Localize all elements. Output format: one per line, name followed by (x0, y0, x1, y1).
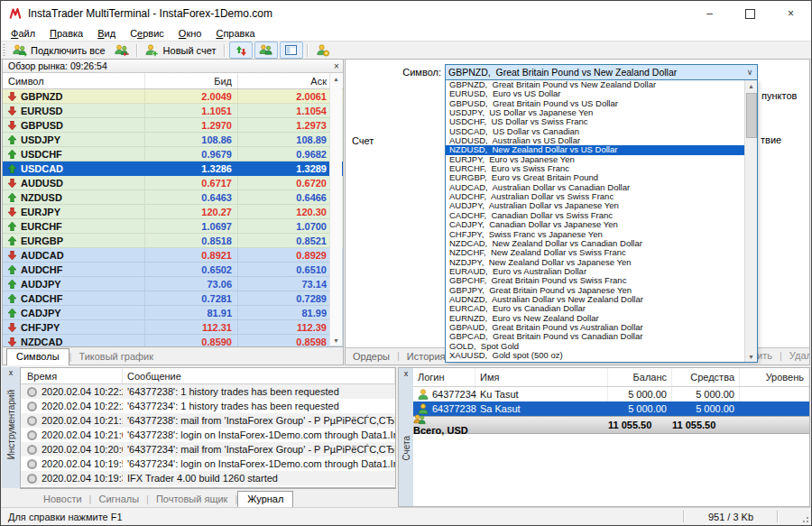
resize-grip-icon[interactable] (800, 514, 809, 523)
symbol-combobox[interactable]: GBPNZD, Great Britain Pound vs New Zeala… (445, 64, 758, 80)
dropdown-item[interactable]: AUDCHF, Australian Dollar vs Swiss Franc (446, 192, 745, 201)
tab-toolbox-2[interactable]: Почтовый ящик (149, 492, 235, 507)
dropdown-item[interactable]: GBPJPY, Great Britain Pound vs Japanese … (446, 286, 745, 295)
journal-row[interactable]: 2020.02.04 10:21:0...'64377238': login o… (21, 428, 395, 442)
market-watch-close-button[interactable]: × (330, 61, 343, 71)
disconnect-all-button[interactable] (110, 42, 134, 58)
dropdown-item[interactable]: GBPAUD, Great Britain Pound vs Australia… (446, 323, 745, 332)
dropdown-item[interactable]: AUDJPY, Australian Dollar vs Japanese Ye… (446, 201, 745, 210)
dropdown-scroll-thumb[interactable] (746, 93, 757, 138)
account-row-64377234[interactable]: 64377234Ku Tasut5 000.005 000.00 (413, 387, 809, 401)
dropdown-scroll-up-icon[interactable]: ▲ (745, 80, 757, 91)
dropdown-item[interactable]: NZDJPY, New Zealand Dollar vs Japanese Y… (446, 258, 745, 267)
dropdown-item[interactable]: USDCHF, US Dollar vs Swiss Franc (446, 117, 745, 126)
dropdown-item[interactable]: XAUUSD, Gold spot (500 oz) (446, 351, 745, 360)
market-row-GBPUSD[interactable]: GBPUSD1.29701.2973 (3, 118, 343, 133)
dropdown-item[interactable]: GBPCAD, Great Britain Pound vs Canadian … (446, 332, 745, 341)
account-settings-button[interactable] (311, 42, 335, 58)
maximize-button[interactable] (730, 1, 770, 26)
journal-column-message[interactable]: Сообщение (123, 368, 395, 383)
market-row-EURGBP[interactable]: EURGBP0.85180.8521 (3, 234, 343, 248)
accounts-column-equity[interactable]: Средства (672, 368, 740, 386)
journal-row[interactable]: 2020.02.04 10:20:0...'64377234': mail fr… (21, 442, 395, 457)
dropdown-item[interactable]: NZDCHF, New Zealand Dollar vs Swiss Fran… (446, 248, 745, 257)
dropdown-item[interactable]: GBPUSD, Great Britain Pound vs US Dollar (446, 99, 745, 108)
accounts-close-button[interactable]: x (404, 368, 409, 378)
dropdown-item[interactable]: AUDCAD, Australian Dollar vs Canadian Do… (446, 183, 745, 192)
market-row-CADJPY[interactable]: CADJPY81.9181.99 (3, 306, 343, 320)
toolbar-grip[interactable] (3, 44, 5, 57)
market-row-GBPNZD[interactable]: GBPNZD2.00492.0061 (3, 89, 343, 104)
close-button[interactable]: × (770, 1, 811, 26)
accounts-vertical-label[interactable]: Счета (401, 436, 411, 461)
market-row-NZDUSD[interactable]: NZDUSD0.64630.6466 (3, 190, 343, 205)
market-column-Символ[interactable]: Символ (3, 73, 145, 88)
dropdown-scrollbar[interactable]: ▲ ▼ (744, 80, 757, 362)
dropdown-item[interactable]: EURNZD, Euro vs New Zealand Dollar (446, 314, 745, 323)
dropdown-item[interactable]: CHFJPY, Swiss Franc vs Japanese Yen (446, 230, 745, 239)
market-row-AUDCHF[interactable]: AUDCHF0.65020.6510 (3, 263, 343, 277)
menu-item-Справка[interactable]: Справка (208, 28, 262, 39)
dropdown-item[interactable]: USDCAD, US Dollar vs Canadian (446, 127, 745, 136)
new-account-button[interactable]: Новый счет (141, 42, 221, 58)
tab-orders[interactable]: Ордеры (353, 351, 390, 362)
toolbox-close-button[interactable]: x (9, 367, 14, 377)
market-watch-toggle-button[interactable] (229, 42, 253, 59)
minimize-button[interactable]: – (689, 1, 730, 26)
dropdown-item[interactable]: NZDUSD, New Zealand Dollar vs US Dollar (446, 145, 745, 154)
toolbox-vertical-label[interactable]: Инструментарий (6, 390, 16, 459)
market-row-CADCHF[interactable]: CADCHF0.72810.7289 (3, 291, 343, 306)
dropdown-scroll-down-icon[interactable]: ▼ (745, 351, 757, 362)
menu-item-Окно[interactable]: Окно (171, 28, 209, 39)
market-row-AUDCAD[interactable]: AUDCAD0.89210.8929 (3, 248, 343, 263)
tab-market-0[interactable]: Символы (6, 348, 69, 365)
dropdown-item[interactable]: AUDUSD, Australian vs US Dollar (446, 136, 745, 145)
market-row-CHFJPY[interactable]: CHFJPY112.31112.39 (3, 320, 343, 335)
market-column-Бид[interactable]: Бид (145, 73, 238, 88)
journal-column-time[interactable]: Время (21, 368, 123, 383)
menu-item-Сервис[interactable]: Сервис (123, 28, 171, 39)
connect-all-button[interactable]: Подключить все (8, 42, 110, 58)
accounts-column-balance[interactable]: Баланс (608, 368, 672, 386)
dropdown-item[interactable]: EURGBP, Euro vs Great Britain Pound (446, 173, 745, 182)
accounts-column-name[interactable]: Имя (475, 368, 608, 386)
dropdown-item[interactable]: CADCHF, Canadian Dollar vs Swiss Franc (446, 211, 745, 220)
terminal-toggle-button[interactable] (280, 42, 303, 59)
market-row-EURCHF[interactable]: EURCHF1.06971.0700 (3, 219, 343, 234)
journal-row[interactable]: 2020.02.04 10:19:3...IFX Trader 4.00 bui… (21, 471, 395, 485)
market-row-AUDUSD[interactable]: AUDUSD0.67170.6720 (3, 176, 343, 190)
tab-market-1[interactable]: Тиковый график (71, 349, 161, 365)
tab-toolbox-1[interactable]: Сигналы (91, 492, 146, 507)
journal-row[interactable]: 2020.02.04 10:21:1...'64377238': mail fr… (21, 413, 395, 428)
dropdown-item[interactable]: AUDNZD, Australian Dollar vs New Zealand… (446, 295, 745, 304)
market-row-USDCAD[interactable]: USDCAD1.32861.3289 (3, 161, 343, 176)
dropdown-item[interactable]: CADJPY, Canadian Dollar vs Japanese Yen (446, 220, 745, 229)
dropdown-item[interactable]: GOLD, Spot Gold (446, 342, 745, 351)
accounts-toggle-button[interactable] (254, 42, 278, 59)
dropdown-item[interactable]: EURAUD, Euro vs Australian Dollar (446, 267, 745, 276)
menu-item-Правка[interactable]: Правка (42, 28, 90, 39)
market-row-USDJPY[interactable]: USDJPY108.86108.89 (3, 133, 343, 147)
menu-item-Файл[interactable]: Файл (4, 28, 42, 39)
dropdown-item[interactable]: NZDCAD, New Zealand Dollar vs Canadian D… (446, 239, 745, 248)
tab-toolbox-0[interactable]: Новости (36, 492, 89, 507)
delete-button-fragment[interactable]: Удалить (789, 350, 810, 364)
market-row-EURUSD[interactable]: EURUSD1.10511.1054 (3, 104, 343, 118)
dropdown-item[interactable]: EURCAD, Euro vs Canadian Dollar (446, 304, 745, 313)
dropdown-item[interactable]: EURJPY, Euro vs Japanese Yen (446, 155, 745, 164)
tab-toolbox-3[interactable]: Журнал (237, 491, 293, 508)
journal-row[interactable]: 2020.02.04 10:22:2...'64377238': 1 histo… (21, 384, 395, 399)
dropdown-item[interactable]: GBPNZD, Great Britain Pound vs New Zeala… (446, 80, 745, 89)
market-column-Аск[interactable]: Аск (238, 73, 333, 88)
market-row-USDCHF[interactable]: USDCHF0.96790.9682 (3, 147, 343, 161)
scroll-up-icon[interactable]: ▲ (330, 73, 342, 84)
dropdown-item[interactable]: EURCHF, Euro vs Swiss Franc (446, 164, 745, 173)
market-row-EURJPY[interactable]: EURJPY120.27120.30 (3, 205, 343, 219)
market-watch-scrollbar[interactable]: ▲ ▼ (329, 73, 342, 346)
scroll-down-icon[interactable]: ▼ (330, 335, 342, 346)
journal-row[interactable]: 2020.02.04 10:19:5...'64377234': login o… (21, 457, 395, 471)
menu-item-Вид[interactable]: Вид (90, 28, 123, 39)
dropdown-item[interactable]: GBPCHF, Great Britain Pound vs Swiss Fra… (446, 276, 745, 285)
accounts-column-level[interactable]: Уровень (740, 368, 809, 386)
dropdown-item[interactable]: EURUSD, Euro vs US Dollar (446, 89, 745, 98)
